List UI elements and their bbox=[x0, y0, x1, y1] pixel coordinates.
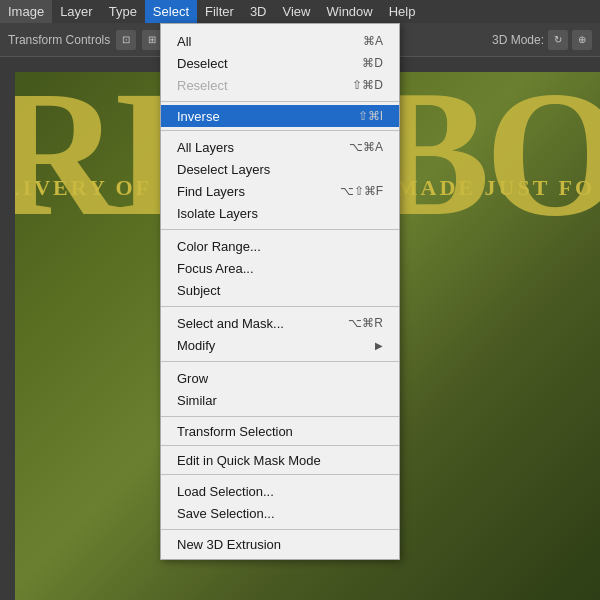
menu-item-type[interactable]: Type bbox=[101, 0, 145, 23]
bg-text-made: MADE JUST FO bbox=[397, 175, 595, 201]
select-menu-section-1: All ⌘A Deselect ⌘D Reselect ⇧⌘D bbox=[161, 28, 399, 98]
divider-2 bbox=[161, 130, 399, 131]
select-menu-find-layers[interactable]: Find Layers ⌥⇧⌘F bbox=[161, 180, 399, 202]
select-menu-subject-label: Subject bbox=[177, 283, 220, 298]
select-menu-inverse-label: Inverse bbox=[177, 109, 220, 124]
ruler-vertical bbox=[0, 57, 15, 600]
transform-controls-label: Transform Controls bbox=[8, 33, 110, 47]
select-menu-new-3d-extrusion-label: New 3D Extrusion bbox=[177, 537, 281, 552]
select-menu-select-and-mask-label: Select and Mask... bbox=[177, 316, 284, 331]
select-menu-save-selection-label: Save Selection... bbox=[177, 506, 275, 521]
select-menu-all-layers-shortcut: ⌥⌘A bbox=[349, 140, 383, 154]
divider-7 bbox=[161, 445, 399, 446]
divider-9 bbox=[161, 529, 399, 530]
select-menu-section-3: Color Range... Focus Area... Subject bbox=[161, 233, 399, 303]
select-menu-all-shortcut: ⌘A bbox=[363, 34, 383, 48]
select-menu-deselect-label: Deselect bbox=[177, 56, 228, 71]
select-menu-all[interactable]: All ⌘A bbox=[161, 30, 399, 52]
select-menu-similar-label: Similar bbox=[177, 393, 217, 408]
select-menu-load-selection[interactable]: Load Selection... bbox=[161, 480, 399, 502]
select-menu-load-selection-label: Load Selection... bbox=[177, 484, 274, 499]
menu-item-filter[interactable]: Filter bbox=[197, 0, 242, 23]
menu-bar: Image Layer Type Select Filter 3D View W… bbox=[0, 0, 600, 23]
threed-icon1[interactable]: ↻ bbox=[548, 30, 568, 50]
menu-item-view[interactable]: View bbox=[275, 0, 319, 23]
select-menu-isolate-layers[interactable]: Isolate Layers bbox=[161, 202, 399, 224]
divider-4 bbox=[161, 306, 399, 307]
select-menu-deselect[interactable]: Deselect ⌘D bbox=[161, 52, 399, 74]
select-menu-isolate-layers-label: Isolate Layers bbox=[177, 206, 258, 221]
select-menu-find-layers-shortcut: ⌥⇧⌘F bbox=[340, 184, 383, 198]
threed-icon2[interactable]: ⊕ bbox=[572, 30, 592, 50]
select-menu-all-label: All bbox=[177, 34, 191, 49]
menu-item-window[interactable]: Window bbox=[318, 0, 380, 23]
menu-bar-items: Image Layer Type Select Filter 3D View W… bbox=[0, 0, 423, 23]
modify-submenu-arrow: ▶ bbox=[375, 340, 383, 351]
select-dropdown-menu: All ⌘A Deselect ⌘D Reselect ⇧⌘D Inverse … bbox=[160, 23, 400, 560]
select-menu-section-6: Load Selection... Save Selection... bbox=[161, 478, 399, 526]
select-menu-inverse[interactable]: Inverse ⇧⌘I bbox=[161, 105, 399, 127]
menu-item-help[interactable]: Help bbox=[381, 0, 424, 23]
divider-8 bbox=[161, 474, 399, 475]
threed-mode-label: 3D Mode: bbox=[492, 33, 544, 47]
menu-item-3d[interactable]: 3D bbox=[242, 0, 275, 23]
select-menu-grow-label: Grow bbox=[177, 371, 208, 386]
threed-mode: 3D Mode: ↻ ⊕ bbox=[492, 30, 592, 50]
transform-controls-icon1[interactable]: ⊡ bbox=[116, 30, 136, 50]
select-menu-edit-quick-mask-label: Edit in Quick Mask Mode bbox=[177, 453, 321, 468]
divider-5 bbox=[161, 361, 399, 362]
select-menu-reselect-label: Reselect bbox=[177, 78, 228, 93]
select-menu-color-range[interactable]: Color Range... bbox=[161, 235, 399, 257]
select-menu-deselect-layers-label: Deselect Layers bbox=[177, 162, 270, 177]
select-menu-subject[interactable]: Subject bbox=[161, 279, 399, 301]
select-menu-grow[interactable]: Grow bbox=[161, 367, 399, 389]
select-menu-new-3d-extrusion[interactable]: New 3D Extrusion bbox=[161, 533, 399, 555]
select-menu-select-and-mask[interactable]: Select and Mask... ⌥⌘R bbox=[161, 312, 399, 334]
menu-item-image[interactable]: Image bbox=[0, 0, 52, 23]
select-menu-section-2: All Layers ⌥⌘A Deselect Layers Find Laye… bbox=[161, 134, 399, 226]
bg-text-bo: BO bbox=[370, 50, 600, 257]
select-menu-similar[interactable]: Similar bbox=[161, 389, 399, 411]
divider-1 bbox=[161, 101, 399, 102]
bg-text-delivery: LIVERY OF bbox=[5, 175, 152, 201]
select-menu-modify-label: Modify bbox=[177, 338, 215, 353]
select-menu-all-layers[interactable]: All Layers ⌥⌘A bbox=[161, 136, 399, 158]
select-menu-deselect-layers[interactable]: Deselect Layers bbox=[161, 158, 399, 180]
menu-item-select[interactable]: Select bbox=[145, 0, 197, 23]
select-menu-reselect-shortcut: ⇧⌘D bbox=[352, 78, 383, 92]
select-menu-color-range-label: Color Range... bbox=[177, 239, 261, 254]
select-menu-modify[interactable]: Modify ▶ bbox=[161, 334, 399, 356]
select-menu-deselect-shortcut: ⌘D bbox=[362, 56, 383, 70]
select-menu-focus-area-label: Focus Area... bbox=[177, 261, 254, 276]
select-menu-transform-selection[interactable]: Transform Selection bbox=[161, 420, 399, 442]
select-menu-focus-area[interactable]: Focus Area... bbox=[161, 257, 399, 279]
divider-3 bbox=[161, 229, 399, 230]
menu-item-layer[interactable]: Layer bbox=[52, 0, 101, 23]
select-menu-section-5: Grow Similar bbox=[161, 365, 399, 413]
select-menu-inverse-shortcut: ⇧⌘I bbox=[358, 109, 383, 123]
select-menu-find-layers-label: Find Layers bbox=[177, 184, 245, 199]
divider-6 bbox=[161, 416, 399, 417]
select-menu-edit-quick-mask[interactable]: Edit in Quick Mask Mode bbox=[161, 449, 399, 471]
select-menu-select-and-mask-shortcut: ⌥⌘R bbox=[348, 316, 383, 330]
select-menu-section-4: Select and Mask... ⌥⌘R Modify ▶ bbox=[161, 310, 399, 358]
select-menu-save-selection[interactable]: Save Selection... bbox=[161, 502, 399, 524]
select-menu-reselect: Reselect ⇧⌘D bbox=[161, 74, 399, 96]
select-menu-transform-selection-label: Transform Selection bbox=[177, 424, 293, 439]
select-menu-all-layers-label: All Layers bbox=[177, 140, 234, 155]
